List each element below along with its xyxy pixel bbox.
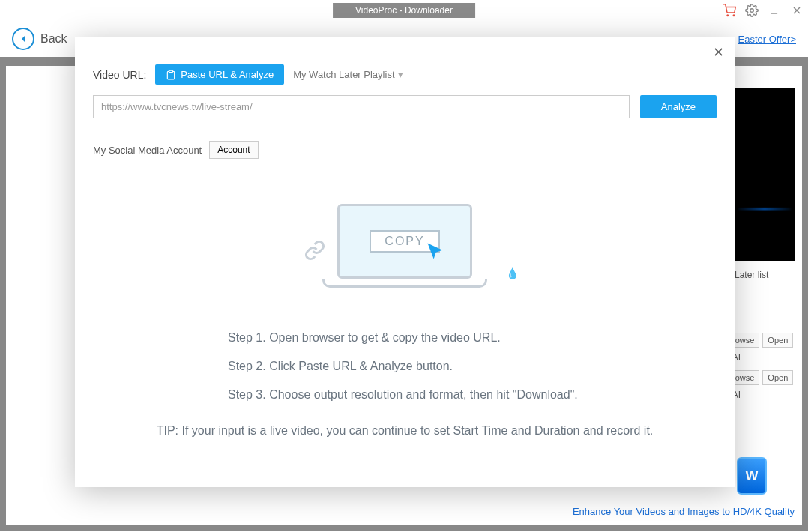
download-main-button[interactable]: W [737,457,767,495]
droplet-icon: 💧 [506,267,519,279]
window-title: VideoProc - Downloader [333,3,475,18]
paste-analyze-label: Paste URL & Analyze [181,69,274,80]
enhance-link[interactable]: Enhance Your Videos and Images to HD/4K … [573,506,795,517]
social-account-label: My Social Media Account [93,145,202,156]
copy-label: COPY [385,235,424,247]
back-label: Back [40,32,67,46]
cart-icon[interactable] [723,4,736,17]
titlebar: VideoProc - Downloader [0,0,808,21]
ai-label-1: r AI [727,352,795,363]
ai-label-2: r AI [727,390,795,400]
back-button[interactable]: Back [12,28,67,50]
svg-rect-6 [169,70,173,72]
back-arrow-icon [12,28,34,50]
right-panel: h Later list rowse Open r AI rowse Open … [727,270,795,408]
svg-point-0 [727,15,729,16]
add-url-dialog: ✕ Video URL: Paste URL & Analyze My Watc… [75,37,735,487]
close-icon[interactable] [790,4,804,17]
svg-point-1 [733,15,735,16]
paste-analyze-button[interactable]: Paste URL & Analyze [155,64,284,85]
analyze-button[interactable]: Analyze [640,95,717,118]
tip-text: TIP: If your input is a live video, you … [93,424,717,438]
copy-illustration: COPY 💧 [307,204,502,301]
step-3: Step 3. Choose output resolution and for… [228,388,717,402]
open-button-1[interactable]: Open [762,333,793,348]
easter-offer-link[interactable]: Easter Offer> [738,34,796,45]
chevron-down-icon: ▾ [398,69,403,80]
account-button[interactable]: Account [209,141,258,159]
cursor-icon [425,241,446,262]
watch-later-label: My Watch Later Playlist [293,69,394,80]
minimize-icon[interactable] [768,4,781,17]
dialog-close-icon[interactable]: ✕ [711,45,726,60]
open-button-2[interactable]: Open [762,370,793,385]
clipboard-icon [166,70,176,80]
step-2: Step 2. Click Paste URL & Analyze button… [228,360,717,373]
link-icon [304,240,325,264]
watch-later-list-label: h Later list [727,270,795,280]
video-url-label: Video URL: [93,69,146,81]
svg-point-2 [750,9,754,13]
url-input[interactable] [93,95,630,118]
gear-icon[interactable] [745,4,759,17]
video-thumbnail [735,88,795,261]
steps: Step 1. Open browser to get & copy the v… [228,331,717,402]
step-1: Step 1. Open browser to get & copy the v… [228,331,717,345]
watch-later-link[interactable]: My Watch Later Playlist ▾ [293,69,403,80]
